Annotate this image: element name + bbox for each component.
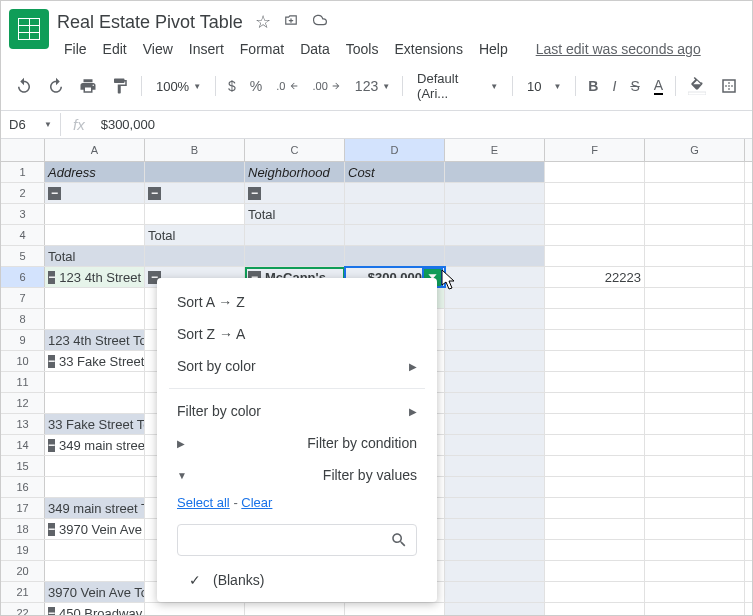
cell[interactable] [445, 603, 545, 616]
cell[interactable] [345, 204, 445, 224]
cell[interactable]: 123 4th Street Total [45, 330, 145, 350]
increase-decimal-button[interactable]: .00 [307, 74, 347, 98]
cell[interactable] [545, 288, 645, 308]
cell[interactable] [645, 414, 745, 434]
row-header[interactable]: 13 [1, 414, 45, 434]
col-header-D[interactable]: D [345, 139, 445, 161]
select-all-corner[interactable] [1, 139, 45, 161]
cell[interactable] [45, 540, 145, 560]
cell[interactable] [445, 393, 545, 413]
row-header[interactable]: 15 [1, 456, 45, 476]
cell[interactable] [645, 246, 745, 266]
cell[interactable]: 3970 Vein Ave Total [45, 582, 145, 602]
cell[interactable] [345, 603, 445, 616]
cell[interactable]: −123 4th Street [45, 267, 145, 287]
cell[interactable] [445, 561, 545, 581]
star-icon[interactable]: ☆ [255, 11, 271, 33]
cell[interactable]: − [245, 183, 345, 203]
cell[interactable] [645, 330, 745, 350]
cell[interactable] [645, 456, 745, 476]
cell[interactable] [545, 582, 645, 602]
cell[interactable] [45, 288, 145, 308]
cell[interactable] [645, 393, 745, 413]
cell[interactable]: −450 Broadway [45, 603, 145, 616]
sheets-logo[interactable] [9, 9, 49, 49]
cell[interactable]: 33 Fake Street Total [45, 414, 145, 434]
cell[interactable] [545, 456, 645, 476]
cell[interactable] [245, 603, 345, 616]
currency-button[interactable]: $ [222, 72, 242, 100]
cell[interactable] [145, 162, 245, 182]
row-header[interactable]: 9 [1, 330, 45, 350]
font-select[interactable]: Default (Ari...▼ [409, 67, 506, 105]
collapse-icon[interactable]: − [48, 439, 55, 452]
italic-button[interactable]: I [606, 72, 622, 100]
cell[interactable] [545, 309, 645, 329]
cell[interactable]: Total [45, 246, 145, 266]
cell[interactable]: Address [45, 162, 145, 182]
menu-format[interactable]: Format [233, 37, 291, 61]
cell[interactable] [145, 204, 245, 224]
filter-search[interactable] [177, 524, 417, 556]
paint-format-button[interactable] [105, 71, 135, 101]
cell[interactable] [445, 351, 545, 371]
cell[interactable] [45, 561, 145, 581]
zoom-select[interactable]: 100%▼ [148, 75, 209, 98]
row-header[interactable]: 18 [1, 519, 45, 539]
cell[interactable] [445, 372, 545, 392]
row-header[interactable]: 20 [1, 561, 45, 581]
cell[interactable] [645, 477, 745, 497]
cell[interactable]: 349 main street Total [45, 498, 145, 518]
select-all-link[interactable]: Select all [177, 495, 230, 510]
collapse-icon[interactable]: − [48, 187, 61, 200]
cell[interactable] [445, 267, 545, 287]
sort-az[interactable]: Sort A → Z [157, 286, 437, 318]
cell[interactable] [645, 309, 745, 329]
cell[interactable] [545, 435, 645, 455]
row-header[interactable]: 12 [1, 393, 45, 413]
cell[interactable] [445, 435, 545, 455]
row-header[interactable]: 16 [1, 477, 45, 497]
cell[interactable] [445, 477, 545, 497]
collapse-icon[interactable]: − [48, 355, 55, 368]
more-formats-button[interactable]: 123▼ [349, 72, 396, 100]
cell[interactable] [45, 309, 145, 329]
sort-za[interactable]: Sort Z → A [157, 318, 437, 350]
cell[interactable] [545, 372, 645, 392]
cell[interactable]: Total [145, 225, 245, 245]
cell[interactable] [645, 498, 745, 518]
cell[interactable] [545, 330, 645, 350]
strikethrough-button[interactable]: S [624, 72, 645, 100]
cell[interactable]: −33 Fake Street [45, 351, 145, 371]
collapse-icon[interactable]: − [48, 271, 55, 284]
font-size-select[interactable]: 10▼ [519, 75, 569, 98]
cell[interactable] [645, 540, 745, 560]
menu-view[interactable]: View [136, 37, 180, 61]
row-header[interactable]: 11 [1, 372, 45, 392]
borders-button[interactable] [714, 71, 744, 101]
row-header[interactable]: 17 [1, 498, 45, 518]
cell[interactable] [645, 204, 745, 224]
cell[interactable] [545, 162, 645, 182]
clear-link[interactable]: Clear [241, 495, 272, 510]
move-icon[interactable] [283, 11, 299, 33]
cell[interactable] [445, 288, 545, 308]
cell[interactable] [545, 498, 645, 518]
row-header[interactable]: 4 [1, 225, 45, 245]
decrease-decimal-button[interactable]: .0 [270, 74, 304, 98]
cell[interactable]: Total [245, 204, 345, 224]
cell[interactable] [145, 603, 245, 616]
cell[interactable] [445, 498, 545, 518]
cell[interactable]: −3970 Vein Ave [45, 519, 145, 539]
menu-tools[interactable]: Tools [339, 37, 386, 61]
bold-button[interactable]: B [582, 72, 604, 100]
cell[interactable] [645, 561, 745, 581]
collapse-icon[interactable]: − [48, 523, 55, 536]
col-header-A[interactable]: A [45, 139, 145, 161]
fill-color-button[interactable] [682, 71, 712, 101]
filter-by-condition[interactable]: ▶Filter by condition [157, 427, 437, 459]
cell[interactable] [545, 477, 645, 497]
redo-button[interactable] [41, 71, 71, 101]
filter-by-color[interactable]: Filter by color▶ [157, 395, 437, 427]
cell[interactable] [245, 225, 345, 245]
